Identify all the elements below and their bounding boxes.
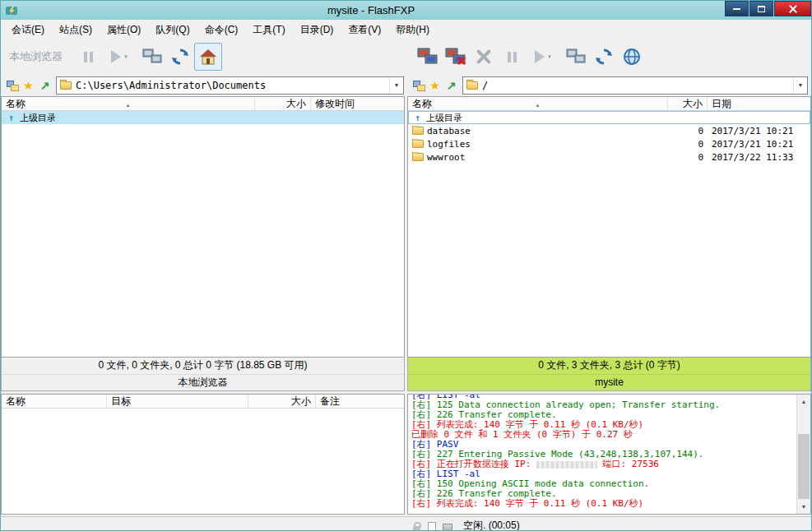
flashfxp-window: mysite - FlashFXP 会话(E)站点(S)属性(O)队列(Q)命令… [0, 0, 812, 531]
scrollbar-thumb[interactable] [798, 434, 810, 499]
log-line: 已删除 0 文件 和 1 文件夹 (0 字节) 于 0.27 秒 [411, 430, 796, 440]
remote-path-text: / [482, 80, 793, 91]
connect-button[interactable] [414, 43, 442, 71]
column-header[interactable]: 名称 [408, 97, 668, 110]
folder-tree-icon[interactable] [411, 77, 426, 93]
go-up-icon[interactable] [37, 77, 53, 93]
remote-address-bar: / [407, 74, 811, 96]
column-header-label: 修改时间 [315, 97, 355, 110]
sort-arrow-icon [536, 98, 541, 109]
column-header[interactable]: 大小 [248, 395, 316, 408]
log-lines: [右] LIST -al[右] 125 Data connection alre… [408, 394, 796, 514]
menu-item[interactable]: 查看(V) [341, 20, 388, 40]
file-size: 0 [668, 152, 708, 163]
menu-item[interactable]: 队列(Q) [148, 20, 197, 40]
minimize-button[interactable] [725, 1, 749, 16]
maximize-button[interactable] [749, 1, 773, 16]
remote-path-combobox[interactable]: / [462, 76, 808, 95]
refresh-local-button[interactable] [166, 43, 194, 71]
title-bar[interactable]: mysite - FlashFXP [1, 1, 811, 20]
file-row[interactable]: 上级目录 [2, 111, 404, 124]
pause-transfer-button[interactable] [74, 43, 102, 71]
column-header[interactable]: 大小 [668, 97, 708, 110]
file-name: 上级目录 [426, 112, 462, 124]
queue-list[interactable] [2, 409, 404, 514]
file-date: 2017/3/21 10:21 [708, 126, 810, 136]
start-remote-button[interactable] [526, 43, 554, 71]
dropdown-arrow-icon[interactable] [389, 77, 403, 94]
column-header[interactable]: 目标 [107, 395, 248, 408]
remote-status-counts: 0 文件, 3 文件夹, 3 总计 (0 字节) [408, 358, 810, 374]
column-header[interactable]: 名称 [2, 395, 107, 408]
go-up-icon[interactable] [443, 77, 459, 93]
folder-tree-icon[interactable] [4, 77, 20, 93]
column-header-label: 大小 [286, 97, 306, 110]
favorites-star-icon[interactable] [427, 77, 443, 93]
lock-icon [410, 520, 423, 531]
column-header-label: 大小 [683, 97, 703, 110]
scroll-down-icon[interactable] [797, 500, 810, 514]
folder-icon [412, 127, 424, 135]
menu-item[interactable]: 会话(E) [4, 20, 52, 40]
column-header[interactable]: 修改时间 [311, 97, 404, 110]
remote-file-panel: 名称大小日期 上级目录database02017/3/21 10:21logfi… [407, 96, 811, 358]
file-date: 2017/3/22 11:33 [708, 152, 810, 163]
log-line: [右] 列表完成: 140 字节 于 0.11 秒 (0.1 KB/秒) [411, 499, 796, 509]
file-row[interactable]: database02017/3/21 10:21 [408, 124, 810, 137]
abort-button[interactable] [470, 43, 498, 71]
file-row[interactable]: wwwroot02017/3/22 11:33 [408, 150, 810, 164]
menu-item[interactable]: 命令(C) [197, 20, 246, 40]
menu-bar: 会话(E)站点(S)属性(O)队列(Q)命令(C)工具(T)目录(D)查看(V)… [1, 20, 811, 39]
toolbar-remote [407, 39, 811, 74]
menu-item[interactable]: 帮助(H) [388, 20, 437, 40]
site-manager-button[interactable] [618, 43, 646, 71]
log-panel[interactable]: [右] LIST -al[右] 125 Data connection alre… [407, 394, 811, 515]
file-row[interactable]: logfiles02017/3/21 10:21 [408, 137, 810, 150]
file-size: 0 [668, 126, 708, 136]
local-status: 0 文件, 0 文件夹, 0 总计 0 字节 (18.85 GB 可用) 本地浏… [1, 358, 405, 391]
local-path-combobox[interactable]: C:\Users\Administrator\Documents [56, 76, 404, 95]
parent-directory-icon [6, 113, 16, 123]
file-name: wwwroot [427, 152, 465, 163]
menu-item[interactable]: 属性(O) [100, 20, 148, 40]
column-header-label: 大小 [291, 395, 311, 408]
column-header[interactable]: 大小 [255, 97, 311, 110]
log-scrollbar[interactable] [796, 395, 810, 514]
menu-item[interactable]: 站点(S) [52, 20, 100, 40]
column-header[interactable]: 日期 [708, 97, 810, 110]
abort-x-icon [476, 49, 491, 64]
favorites-star-icon[interactable] [21, 77, 36, 93]
transfer-queue-button[interactable] [138, 43, 166, 71]
toolbar-local: 本地浏览器 [1, 39, 407, 74]
column-header[interactable]: 备注 [316, 395, 404, 408]
remote-status-sitename: mysite [408, 374, 810, 391]
remote-file-list[interactable]: 上级目录database02017/3/21 10:21logfiles0201… [408, 111, 810, 357]
sort-arrow-icon [126, 98, 131, 109]
scroll-up-icon[interactable] [797, 395, 810, 409]
idle-status-text: 空闲. (00:05) [463, 519, 520, 531]
local-status-counts: 0 文件, 0 文件夹, 0 总计 0 字节 (18.85 GB 可用) [2, 358, 404, 374]
close-button[interactable] [774, 1, 811, 16]
file-row[interactable]: 上级目录 [408, 111, 810, 124]
disconnect-icon [444, 47, 467, 67]
window-title: mysite - FlashFXP [18, 4, 724, 16]
queue-column-headers: 名称目标大小备注 [2, 395, 404, 409]
column-header-label: 名称 [6, 395, 26, 408]
refresh-remote-button[interactable] [590, 43, 618, 71]
home-button[interactable] [194, 43, 222, 71]
menu-item[interactable]: 目录(D) [293, 20, 341, 40]
local-file-list[interactable]: 上级目录 [2, 111, 404, 357]
menu-item[interactable]: 工具(T) [245, 20, 292, 40]
folder-icon [466, 81, 478, 90]
pause-remote-button[interactable] [498, 43, 526, 71]
dropdown-arrow-icon[interactable] [793, 77, 807, 94]
local-browser-label: 本地浏览器 [9, 49, 63, 64]
start-transfer-button[interactable] [102, 43, 130, 71]
disconnect-button[interactable] [442, 43, 470, 71]
column-header-label: 目标 [111, 395, 131, 408]
column-header[interactable]: 名称 [2, 97, 255, 110]
address-row: C:\Users\Administrator\Documents / [1, 74, 811, 96]
transfer-remote-button[interactable] [562, 43, 590, 71]
home-icon [199, 48, 217, 65]
transfer-icon [565, 48, 587, 66]
